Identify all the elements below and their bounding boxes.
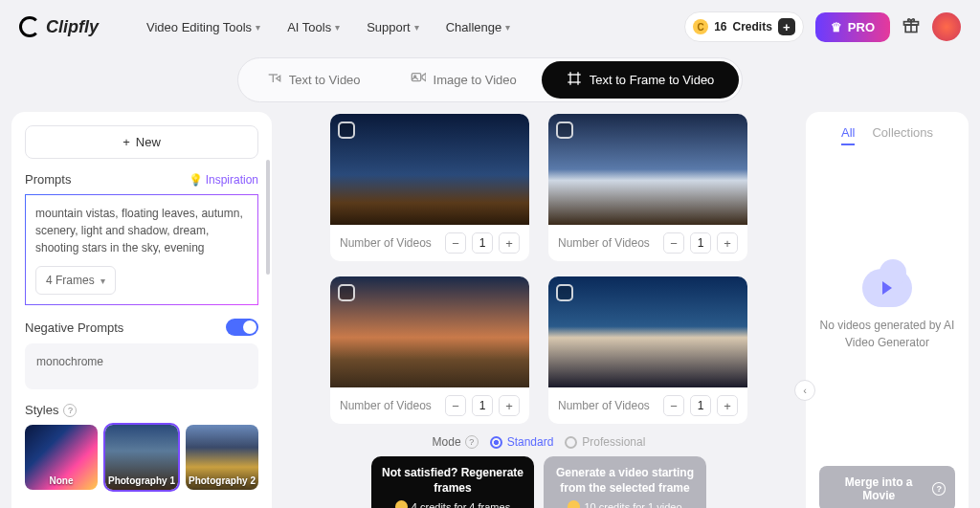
video-count-value: 1	[472, 232, 493, 254]
nav-label: Video Editing Tools	[146, 20, 252, 34]
frames-select-label: 4 Frames	[46, 272, 95, 289]
video-count-value: 1	[690, 395, 711, 416]
prompts-heading: Prompts	[25, 172, 71, 187]
mode-professional-radio[interactable]: Professional	[565, 435, 645, 449]
generation-mode-row: Mode ? Standard Professional	[433, 435, 646, 449]
radio-icon	[565, 436, 577, 449]
generate-video-button[interactable]: Generate a video starting from the selec…	[544, 456, 706, 508]
frame-thumbnail[interactable]	[548, 276, 747, 387]
main-nav: Video Editing Tools ▾ AI Tools ▾ Support…	[146, 20, 510, 34]
style-photography-2[interactable]: Photography 2	[186, 425, 258, 490]
frame-thumbnail[interactable]	[330, 276, 529, 387]
brand-logo[interactable]: Clipfly	[19, 16, 99, 37]
decrement-button[interactable]: −	[663, 395, 684, 416]
credits-value: 16	[714, 20, 726, 33]
prompt-text: mountain vistas, floating leaves, autumn…	[35, 205, 248, 256]
negative-prompts-heading: Negative Prompts	[25, 320, 123, 335]
merge-into-movie-button[interactable]: Merge into a Movie ?	[819, 466, 955, 508]
video-count-stepper: − 1 +	[663, 232, 738, 254]
negative-prompts-toggle[interactable]	[226, 319, 258, 336]
center-area: Number of Videos − 1 + Number of Videos …	[283, 112, 794, 508]
new-label: New	[136, 135, 161, 149]
styles-heading: Styles	[25, 403, 58, 417]
negative-prompt-input[interactable]: monochrome	[25, 343, 258, 389]
left-panel: + New Prompts 💡 Inspiration mountain vis…	[11, 112, 272, 508]
frames-grid: Number of Videos − 1 + Number of Videos …	[330, 114, 747, 424]
negative-prompt-text: monochrome	[36, 355, 103, 368]
frames-count-select[interactable]: 4 Frames ▾	[35, 266, 116, 295]
tab-image-to-video[interactable]: Image to Video	[386, 61, 542, 99]
tab-text-to-video[interactable]: Text to Video	[241, 61, 386, 99]
frame-card: Number of Videos − 1 +	[330, 276, 529, 424]
user-avatar[interactable]	[932, 12, 961, 41]
increment-button[interactable]: +	[499, 395, 520, 416]
num-videos-label: Number of Videos	[558, 399, 650, 412]
nav-ai-tools[interactable]: AI Tools ▾	[287, 20, 340, 34]
frame-checkbox[interactable]	[338, 284, 355, 301]
inspiration-label: Inspiration	[206, 173, 258, 187]
mode-standard-radio[interactable]: Standard	[490, 435, 554, 449]
add-credits-button[interactable]: +	[778, 18, 795, 35]
increment-button[interactable]: +	[499, 232, 520, 254]
cloud-play-icon	[862, 269, 912, 307]
chevron-down-icon: ▾	[505, 22, 510, 33]
tab-text-to-frame-to-video[interactable]: Text to Frame to Video	[542, 61, 740, 99]
inspiration-link[interactable]: 💡 Inspiration	[189, 173, 258, 187]
help-icon: ?	[932, 482, 946, 496]
main-layout: + New Prompts 💡 Inspiration mountain vis…	[0, 112, 980, 508]
increment-button[interactable]: +	[717, 395, 738, 416]
text-icon	[266, 71, 281, 89]
mode-label: Mode	[433, 435, 461, 449]
radio-icon	[490, 436, 502, 449]
regenerate-title: Not satisfied? Regenerate frames	[379, 466, 526, 496]
pro-button[interactable]: ♛ PRO	[815, 12, 890, 42]
merge-label: Merge into a Movie	[829, 475, 928, 502]
video-count-value: 1	[690, 232, 711, 254]
style-none[interactable]: None	[25, 425, 98, 490]
num-videos-label: Number of Videos	[340, 399, 432, 412]
frame-card: Number of Videos − 1 +	[330, 114, 529, 261]
styles-list: None Photography 1 Photography 2	[25, 425, 258, 490]
nav-label: Challenge	[446, 20, 502, 34]
frame-thumbnail[interactable]	[548, 114, 747, 225]
increment-button[interactable]: +	[717, 232, 738, 254]
nav-challenge[interactable]: Challenge ▾	[446, 20, 511, 34]
tab-collections[interactable]: Collections	[872, 125, 933, 145]
decrement-button[interactable]: −	[445, 395, 466, 416]
gift-icon[interactable]	[902, 15, 921, 39]
pro-label: PRO	[848, 20, 875, 34]
tab-all[interactable]: All	[841, 125, 855, 145]
help-icon[interactable]: ?	[465, 435, 479, 449]
frame-checkbox[interactable]	[556, 284, 573, 301]
decrement-button[interactable]: −	[663, 232, 684, 254]
num-videos-label: Number of Videos	[340, 236, 432, 250]
chevron-down-icon: ▾	[256, 22, 260, 33]
prompt-input[interactable]: mountain vistas, floating leaves, autumn…	[25, 194, 258, 305]
regenerate-frames-button[interactable]: Not satisfied? Regenerate frames 4 credi…	[371, 456, 534, 508]
tab-label: Text to Frame to Video	[590, 73, 715, 87]
generate-cost: 10 credits for 1 video	[584, 501, 681, 508]
help-icon[interactable]: ?	[63, 404, 77, 417]
coin-icon	[568, 500, 580, 508]
tab-label: Image to Video	[434, 73, 517, 87]
action-buttons: Not satisfied? Regenerate frames 4 credi…	[371, 456, 706, 508]
brand-name: Clipfly	[46, 17, 99, 37]
chevron-down-icon: ▾	[100, 274, 105, 288]
prev-arrow[interactable]: ‹	[794, 380, 815, 401]
frame-checkbox[interactable]	[338, 121, 355, 139]
frame-checkbox[interactable]	[556, 121, 573, 139]
frame-thumbnail[interactable]	[330, 114, 529, 225]
nav-support[interactable]: Support ▾	[367, 20, 419, 34]
credits-label: Credits	[732, 20, 771, 33]
nav-video-editing-tools[interactable]: Video Editing Tools ▾	[146, 20, 260, 34]
svg-marker-5	[276, 76, 279, 80]
crown-icon: ♛	[831, 20, 842, 34]
logo-icon	[19, 16, 40, 37]
style-photography-1[interactable]: Photography 1	[105, 425, 178, 490]
regenerate-cost: 4 credits for 4 frames	[412, 501, 510, 508]
mode-standard-label: Standard	[507, 435, 554, 449]
credits-badge[interactable]: C 16 Credits +	[684, 11, 804, 42]
decrement-button[interactable]: −	[445, 232, 466, 254]
new-button[interactable]: + New	[25, 125, 258, 159]
scrollbar[interactable]	[266, 160, 270, 275]
